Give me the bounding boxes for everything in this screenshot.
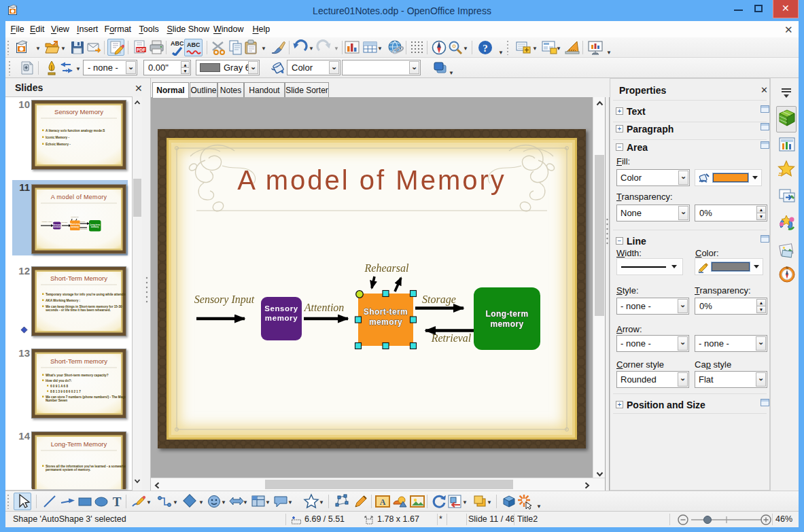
- svg-text:Attention: Attention: [304, 302, 345, 313]
- svg-text:Sensory: Sensory: [264, 304, 298, 313]
- svg-text:8 8 1 3 9 0 8 6 0 2 1 7: 8 8 1 3 9 0 8 6 0 2 1 7: [50, 390, 81, 393]
- svg-text:Sensory Input: Sensory Input: [41, 221, 52, 223]
- svg-text:Short-Term Memory: Short-Term Memory: [50, 274, 107, 282]
- svg-text:permanent system of memory.: permanent system of memory.: [46, 468, 90, 472]
- svg-text:Echoic Memory -: Echoic Memory -: [46, 143, 71, 146]
- svg-text:ABC: ABC: [187, 41, 200, 48]
- svg-text:Storage: Storage: [422, 294, 456, 306]
- svg-text:Rehearsal: Rehearsal: [364, 262, 409, 274]
- svg-text:Retrieval: Retrieval: [431, 332, 472, 344]
- svg-text:We can keep things in Short-te: We can keep things in Short-term memory …: [46, 305, 122, 308]
- svg-text:Retrieval: Retrieval: [80, 228, 87, 230]
- svg-text:Sensory Input: Sensory Input: [194, 294, 255, 306]
- svg-text:N: N: [786, 266, 788, 270]
- svg-text:A model of Memory: A model of Memory: [237, 165, 506, 195]
- svg-text:Number Seven: Number Seven: [46, 399, 67, 402]
- svg-text:memory: memory: [91, 226, 99, 228]
- svg-text:A model of Memory: A model of Memory: [51, 194, 107, 200]
- svg-text:A literacy solo function analo: A literacy solo function analogy mode:S: [46, 129, 105, 132]
- svg-text:Rehearsal: Rehearsal: [70, 216, 79, 218]
- svg-text:?: ?: [483, 43, 488, 54]
- svg-text:Attention: Attention: [60, 221, 68, 224]
- svg-text:memory: memory: [265, 314, 298, 322]
- svg-text:T: T: [113, 495, 122, 509]
- svg-text:Iconic Memory -: Iconic Memory -: [46, 136, 69, 139]
- svg-text:What's your Short-term memory: What's your Short-term memory capacity?: [46, 374, 109, 377]
- svg-text:AKA Working Memory :: AKA Working Memory :: [46, 299, 81, 302]
- svg-text:ABC: ABC: [171, 40, 184, 47]
- svg-text:memory: memory: [53, 226, 61, 228]
- svg-text:Stores all the information you: Stores all the information you've learne…: [46, 465, 126, 468]
- svg-text:Sensory Memory: Sensory Memory: [54, 108, 103, 116]
- svg-text:PDF: PDF: [137, 48, 145, 52]
- svg-text:Long-Term Memory: Long-Term Memory: [51, 440, 107, 448]
- svg-text:Temporary storage for info you: Temporary storage for info you're using …: [46, 293, 126, 296]
- svg-text:seconds - or life time it has: seconds - or life time it has been rehea…: [46, 308, 111, 312]
- svg-text:memory: memory: [369, 317, 402, 327]
- svg-text:Short-term: Short-term: [364, 307, 408, 317]
- svg-text:memory: memory: [490, 319, 523, 329]
- svg-text:Short-Term memory: Short-Term memory: [50, 357, 107, 365]
- svg-text:Storage: Storage: [80, 221, 86, 223]
- svg-text:We can store 7 numbers (phone: We can store 7 numbers (phone numbers!) …: [46, 395, 126, 399]
- svg-text:memory: memory: [71, 226, 79, 228]
- svg-text:Long-term: Long-term: [486, 309, 529, 319]
- svg-text:6 0 9 1 A 6 8: 6 0 9 1 A 6 8: [50, 385, 68, 388]
- svg-text:A: A: [380, 497, 386, 507]
- svg-text:How did you do?:: How did you do?:: [46, 379, 72, 383]
